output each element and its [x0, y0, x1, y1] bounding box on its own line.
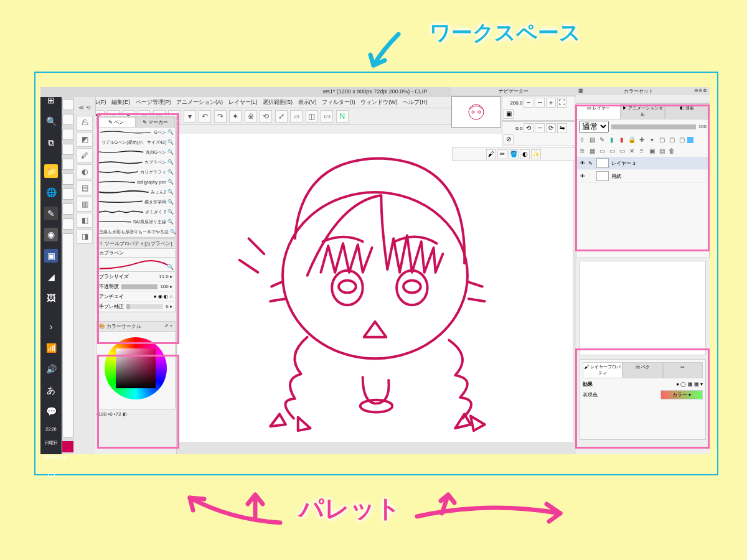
tb-icon[interactable]: ◫: [306, 110, 318, 123]
rotate-ccw-icon[interactable]: ⟲: [524, 123, 533, 133]
menu-edit[interactable]: 編集(E): [111, 99, 130, 105]
notification-icon[interactable]: 💬: [44, 404, 58, 418]
volume-icon[interactable]: 🔊: [44, 362, 58, 376]
eraser-icon[interactable]: ◢: [44, 270, 58, 284]
col2-item[interactable]: ◨: [77, 229, 93, 244]
canvas[interactable]: [177, 134, 573, 442]
rtool-effect-icon[interactable]: ✨: [531, 149, 541, 159]
brush-item[interactable]: ざくざく 2🔍: [96, 207, 175, 217]
rtool-bucket-icon[interactable]: 🪣: [509, 149, 519, 159]
col2-item[interactable]: 🖉: [77, 148, 93, 163]
layer-row[interactable]: 👁✎レイヤー 3: [576, 157, 709, 170]
flip-h-icon[interactable]: ⇋: [557, 123, 567, 133]
tab-light[interactable]: ◐ 淡彩: [665, 103, 709, 119]
tb-icon[interactable]: ▱: [290, 110, 303, 123]
tab-marker[interactable]: ✎ マーカー: [136, 117, 175, 128]
tb-icon[interactable]: ⤢: [275, 110, 288, 123]
search-icon[interactable]: 🔍: [44, 114, 58, 128]
col2-item[interactable]: ◧: [77, 213, 93, 228]
navigator-thumb[interactable]: [451, 96, 501, 128]
brush-item[interactable]: みょん2🔍: [96, 187, 175, 197]
action-center-icon[interactable]: ▭: [44, 467, 58, 481]
rtool-pencil-icon[interactable]: ✏: [497, 149, 507, 159]
menu-animation[interactable]: アニメーション(A): [176, 99, 223, 105]
brush-item[interactable]: Gペン🔍: [96, 128, 175, 138]
strip-item[interactable]: [62, 129, 73, 140]
rotate-cw-icon[interactable]: ⟳: [546, 123, 556, 133]
col2-item[interactable]: ▥: [77, 197, 93, 212]
tb-icon[interactable]: ※: [245, 110, 257, 123]
zoom-out-icon[interactable]: −: [524, 98, 533, 108]
tab-pen[interactable]: ✎ ペン: [96, 117, 136, 128]
strip-item[interactable]: [62, 114, 73, 125]
sv-square[interactable]: [116, 348, 156, 388]
photos-icon[interactable]: 🖼: [44, 291, 58, 305]
brush-item[interactable]: カリグラフィ🔍: [96, 167, 175, 177]
tray-up-icon[interactable]: ›: [44, 320, 58, 334]
tb-undo-icon[interactable]: ↶: [199, 110, 211, 123]
explorer-icon[interactable]: 📁: [44, 164, 58, 178]
layer-row[interactable]: 👁用紙: [576, 170, 709, 183]
brush-item[interactable]: SAI風厚塗り主線🔍: [96, 217, 175, 227]
empty-panel: [580, 261, 706, 355]
menu-filter[interactable]: フィルター(I): [322, 99, 355, 105]
col2-item[interactable]: ▭: [77, 116, 93, 131]
col2-item[interactable]: ◩: [77, 132, 93, 147]
menu-view[interactable]: 表示(V): [298, 99, 317, 105]
rtool-brush-icon[interactable]: 🖌: [486, 149, 496, 159]
tb-icon[interactable]: ▾: [184, 110, 196, 123]
tb-icon[interactable]: N: [336, 110, 349, 123]
tb-icon[interactable]: ✦: [229, 110, 242, 123]
expr-value[interactable]: カラー: [672, 392, 687, 398]
fit-icon[interactable]: ⛶: [557, 98, 567, 108]
wifi-icon[interactable]: 📶: [44, 341, 58, 355]
tb-redo-icon[interactable]: ↷: [214, 110, 227, 123]
brush-item[interactable]: calligraphy pen🔍: [96, 177, 175, 187]
clipstudio-icon[interactable]: ✎: [44, 207, 58, 220]
tab-layerprop[interactable]: 🖌 レイヤープロパティ: [583, 362, 622, 378]
effect-icons[interactable]: ● ◯ ▩ ▦ ▾: [676, 381, 703, 387]
selected-brush-name: カブラペン: [96, 249, 175, 258]
app2-icon[interactable]: ▣: [44, 249, 58, 263]
menu-page[interactable]: ページ管理(P): [136, 99, 171, 105]
zoom-in-icon[interactable]: ＋: [546, 98, 556, 108]
blend-mode-select[interactable]: 通常: [579, 121, 609, 133]
col2-item[interactable]: ▤: [77, 180, 93, 195]
foreground-color-swatch[interactable]: [62, 441, 73, 452]
zoom-slider-icon[interactable]: ─: [535, 98, 545, 108]
tb-icon[interactable]: ▭: [321, 110, 333, 123]
menu-layer[interactable]: レイヤー(L): [228, 99, 258, 105]
app-icon[interactable]: ◉: [44, 228, 58, 241]
rotate-slider-icon[interactable]: ─: [535, 123, 545, 133]
menu-window[interactable]: ウィンドウ(W): [360, 99, 398, 105]
hue-ring[interactable]: [105, 337, 167, 399]
brush-item[interactable]: カブラペン🔍: [96, 157, 175, 167]
tb-icon[interactable]: ⟲: [260, 110, 272, 123]
rtool-tone-icon[interactable]: ◐: [520, 149, 530, 159]
strip-item[interactable]: [62, 144, 73, 155]
tab-anim-cel[interactable]: ▶ アニメーションセル: [621, 103, 665, 119]
taskview-icon[interactable]: ⧉: [44, 136, 58, 149]
chrome-icon[interactable]: 🌐: [44, 185, 58, 199]
strip-item[interactable]: [62, 159, 73, 170]
col2-item[interactable]: ◐: [77, 164, 93, 179]
clock-date: 2020/01/26: [44, 455, 58, 460]
menu-selection[interactable]: 選択範囲(S): [263, 99, 293, 105]
colorset-controls[interactable]: ⊖⊙⊗: [694, 88, 707, 95]
menu-help[interactable]: ヘルプ(H): [403, 99, 428, 105]
zoom-100-icon[interactable]: ▣: [504, 109, 514, 119]
strip-item[interactable]: [62, 218, 73, 230]
strip-item[interactable]: [62, 99, 73, 110]
brush-item[interactable]: リアルGペン(硬め)が、サイズ42)🔍: [96, 138, 175, 147]
brush-item[interactable]: 描き文字用🔍: [96, 197, 175, 207]
tab-extra[interactable]: ▭: [663, 362, 703, 378]
ime-icon[interactable]: あ: [44, 383, 58, 397]
brush-item[interactable]: 主線も水彩も厚塗りも一本でやる怠🔍: [96, 227, 175, 237]
strip-item[interactable]: [62, 189, 73, 200]
strip-item[interactable]: [62, 174, 73, 185]
strip-item[interactable]: [62, 203, 73, 215]
reset-icon[interactable]: ⊘: [504, 134, 514, 144]
tab-layer[interactable]: ▤ レイヤー: [576, 103, 621, 119]
brush-item[interactable]: 丸白Gペン🔍: [96, 147, 175, 157]
tab-vector[interactable]: ▤ ベク: [622, 362, 662, 378]
